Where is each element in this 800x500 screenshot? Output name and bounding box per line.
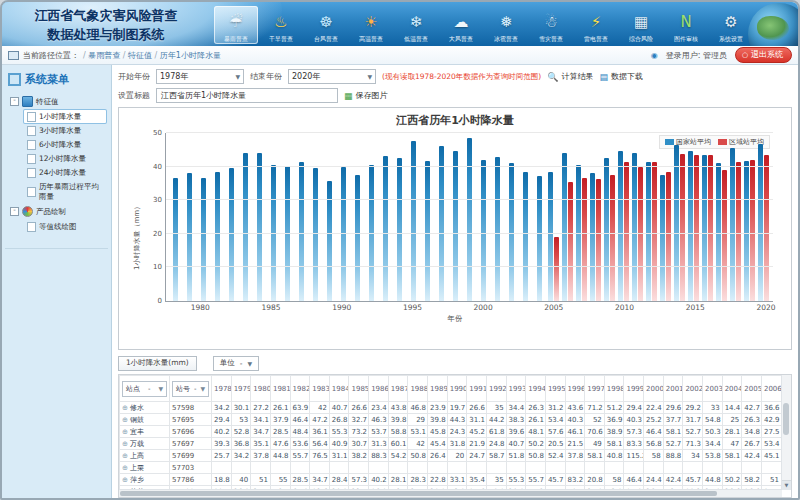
- national-station-bar[interactable]: [618, 151, 623, 301]
- tree-item-1小时降水量[interactable]: 1小时降水量: [24, 110, 106, 123]
- national-station-bar[interactable]: [688, 151, 693, 301]
- toolbar-item-lightning[interactable]: ⚡雷电普查: [574, 6, 618, 44]
- national-station-bar[interactable]: [383, 156, 388, 301]
- regional-station-bar[interactable]: [694, 155, 699, 301]
- national-station-bar[interactable]: [702, 155, 707, 301]
- national-station-bar[interactable]: [201, 178, 206, 301]
- download-data-button[interactable]: ▤ 数据下载: [599, 71, 643, 82]
- start-year-select[interactable]: 1978年 ▼: [156, 69, 244, 84]
- toolbar-item-system-settings[interactable]: ⚙系统设置: [709, 6, 753, 44]
- national-station-bar[interactable]: [660, 175, 665, 301]
- national-station-bar[interactable]: [229, 168, 234, 301]
- tree-group-特征值[interactable]: -特征值: [5, 94, 108, 109]
- tree-item-12小时降水量[interactable]: 12小时降水量: [24, 152, 106, 165]
- station-id-column-filter[interactable]: 站号- ▼: [172, 381, 209, 397]
- national-station-bar[interactable]: [537, 176, 542, 301]
- national-station-bar[interactable]: [674, 145, 679, 301]
- toolbar-item-low-temp[interactable]: ❄低温普查: [394, 6, 438, 44]
- regional-station-bar[interactable]: [624, 162, 629, 301]
- breadcrumb-segment[interactable]: 暴雨普查: [88, 51, 120, 60]
- national-station-bar[interactable]: [548, 172, 553, 301]
- national-station-bar[interactable]: [215, 172, 220, 301]
- national-station-bar[interactable]: [425, 161, 430, 301]
- national-station-bar[interactable]: [758, 144, 763, 301]
- regional-station-bar[interactable]: [680, 154, 685, 301]
- regional-station-bar[interactable]: [610, 175, 615, 301]
- regional-station-bar[interactable]: [582, 178, 587, 301]
- national-station-bar[interactable]: [299, 162, 304, 301]
- national-station-bar[interactable]: [439, 146, 444, 301]
- regional-station-bar[interactable]: [722, 170, 727, 301]
- unit-dropdown[interactable]: 单位 - ▼: [213, 356, 259, 371]
- national-station-bar[interactable]: [646, 162, 651, 301]
- toolbar-item-high-temp[interactable]: ☀高温普查: [349, 6, 393, 44]
- measure-button[interactable]: 1小时降水量(mm): [118, 356, 197, 371]
- toolbar-item-snow[interactable]: ☃雪灾普查: [529, 6, 573, 44]
- toolbar-item-drought[interactable]: ♨干旱普查: [259, 6, 303, 44]
- national-station-bar[interactable]: [562, 153, 567, 301]
- regional-station-bar[interactable]: [596, 179, 601, 301]
- national-station-bar[interactable]: [632, 153, 637, 301]
- expander-icon[interactable]: -: [10, 207, 19, 216]
- toolbar-item-hail[interactable]: ❅冰雹普查: [484, 6, 528, 44]
- toolbar-item-composite-risk[interactable]: ▦综合风险: [619, 6, 663, 44]
- toolbar-item-rainstorm[interactable]: ☔暴雨普查: [214, 6, 258, 44]
- vertical-scrollbar[interactable]: ▼: [781, 375, 791, 490]
- expander-icon[interactable]: -: [10, 97, 19, 106]
- tree-item-等值线绘图[interactable]: 等值线绘图: [24, 220, 106, 233]
- save-image-button[interactable]: ▦ 保存图片: [344, 90, 388, 101]
- regional-station-bar[interactable]: [750, 160, 755, 301]
- regional-station-bar[interactable]: [638, 167, 643, 301]
- national-station-bar[interactable]: [744, 161, 749, 301]
- station-name-cell[interactable]: ⊕修水: [120, 402, 170, 414]
- regional-station-bar[interactable]: [666, 172, 671, 301]
- regional-station-bar[interactable]: [708, 155, 713, 301]
- station-name-cell[interactable]: ⊕万载: [120, 438, 170, 450]
- national-station-bar[interactable]: [467, 138, 472, 301]
- national-station-bar[interactable]: [604, 158, 609, 301]
- vertical-scrollbar-thumb[interactable]: [783, 403, 789, 435]
- national-station-bar[interactable]: [453, 151, 458, 301]
- station-name-cell[interactable]: ⊕宜春: [120, 498, 170, 499]
- station-name-cell[interactable]: ⊕铜鼓: [120, 414, 170, 426]
- horizontal-scrollbar-thumb[interactable]: [120, 491, 717, 496]
- national-station-bar[interactable]: [730, 148, 735, 301]
- national-station-bar[interactable]: [187, 173, 192, 301]
- station-column-filter[interactable]: 站点- ▼: [122, 381, 167, 397]
- national-station-bar[interactable]: [523, 172, 528, 301]
- tree-item-历年暴雨过程平均雨量[interactable]: 历年暴雨过程平均雨量: [24, 180, 106, 203]
- national-station-bar[interactable]: [397, 158, 402, 301]
- regional-station-bar[interactable]: [554, 237, 559, 301]
- toolbar-item-gale[interactable]: ☁大风普查: [439, 6, 483, 44]
- tree-group-产品绘制[interactable]: -产品绘制: [5, 204, 108, 219]
- national-station-bar[interactable]: [509, 163, 514, 301]
- national-station-bar[interactable]: [590, 173, 595, 301]
- national-station-bar[interactable]: [257, 153, 262, 301]
- national-station-bar[interactable]: [313, 168, 318, 301]
- tree-item-6小时降水量[interactable]: 6小时降水量: [24, 138, 106, 151]
- breadcrumb-segment[interactable]: 历年1小时降水量: [160, 51, 221, 60]
- toolbar-item-map-audit[interactable]: N图件审核: [664, 6, 708, 44]
- horizontal-scrollbar[interactable]: [119, 489, 782, 497]
- national-station-bar[interactable]: [481, 160, 486, 301]
- station-name-cell[interactable]: ⊕宜丰: [120, 426, 170, 438]
- national-station-bar[interactable]: [173, 178, 178, 301]
- station-name-cell[interactable]: ⊕上栗: [120, 462, 170, 474]
- calculate-button[interactable]: 🔍 计算结果: [547, 71, 593, 82]
- national-station-bar[interactable]: [243, 153, 248, 301]
- national-station-bar[interactable]: [495, 157, 500, 301]
- chart-title-input[interactable]: 江西省历年1小时降水量: [156, 88, 338, 103]
- toolbar-item-typhoon[interactable]: ☸台风普查: [304, 6, 348, 44]
- breadcrumb-segment[interactable]: 特征值: [128, 51, 152, 60]
- station-name-cell[interactable]: ⊕上高: [120, 450, 170, 462]
- end-year-select[interactable]: 2020年 ▼: [288, 69, 376, 84]
- national-station-bar[interactable]: [355, 175, 360, 301]
- regional-station-bar[interactable]: [652, 162, 657, 301]
- logout-button[interactable]: ○ 退出系统: [735, 47, 792, 63]
- station-name-cell[interactable]: ⊕萍乡: [120, 474, 170, 486]
- regional-station-bar[interactable]: [764, 155, 769, 301]
- scroll-down-arrow[interactable]: ▼: [782, 480, 791, 490]
- tree-item-3小时降水量[interactable]: 3小时降水量: [24, 124, 106, 137]
- regional-station-bar[interactable]: [736, 162, 741, 301]
- tree-item-24小时降水量[interactable]: 24小时降水量: [24, 166, 106, 179]
